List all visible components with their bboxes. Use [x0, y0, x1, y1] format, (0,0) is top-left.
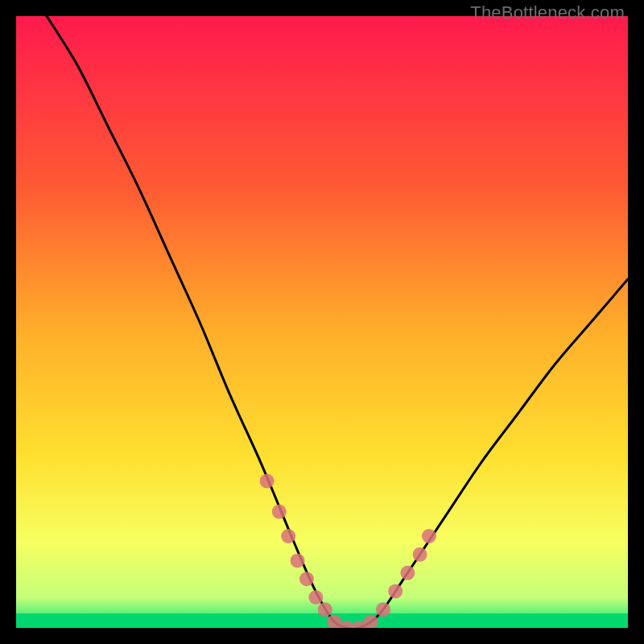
gradient-background: [16, 16, 628, 628]
highlight-point: [281, 529, 295, 543]
bottleneck-chart: [16, 16, 628, 628]
highlight-point: [318, 602, 332, 617]
highlight-point: [291, 553, 305, 568]
highlight-point: [308, 590, 323, 605]
watermark-text: TheBottleneck.com: [470, 2, 625, 23]
chart-frame: [16, 16, 628, 628]
highlight-point: [260, 474, 275, 489]
highlight-point: [422, 529, 436, 543]
highlight-point: [299, 572, 314, 586]
highlight-point: [400, 566, 415, 580]
highlight-point: [272, 505, 287, 519]
highlight-point: [376, 602, 390, 617]
highlight-point: [388, 584, 402, 598]
highlight-point: [413, 547, 427, 562]
